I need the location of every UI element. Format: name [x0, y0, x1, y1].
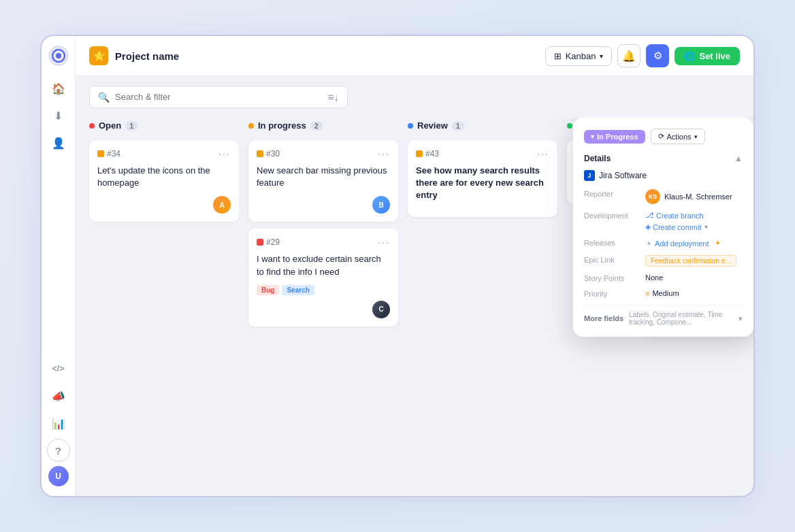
card-number-43: #43: [425, 149, 439, 159]
commit-icon: ◈: [645, 222, 651, 231]
reporter-label: Reporter: [584, 189, 638, 198]
column-count-review: 1: [452, 121, 464, 131]
in-progress-badge[interactable]: ▾ In Progress: [584, 130, 645, 144]
card-34: #34 ··· Let's update the icons on the ho…: [89, 140, 239, 222]
filter-icon[interactable]: ≡↓: [328, 91, 339, 103]
sidebar-item-bell[interactable]: 📣: [47, 384, 70, 408]
star-icon: ✦: [715, 239, 721, 248]
priority-label: Priority: [584, 289, 638, 298]
card-footer-29: C: [257, 301, 390, 318]
card-flag-34: [97, 150, 104, 157]
search-bar: 🔍 ≡↓: [89, 86, 348, 108]
card-number-30: #30: [266, 149, 280, 159]
card-menu-29[interactable]: ···: [378, 237, 390, 248]
card-header-43: #43 ···: [416, 148, 549, 159]
card-29: #29 ··· I want to exclude certain search…: [248, 229, 398, 326]
card-title-43: See how many search results there are fo…: [416, 165, 549, 202]
create-branch-link[interactable]: ⎇ Create branch: [645, 211, 708, 220]
actions-button[interactable]: ⟳ Actions ▾: [651, 129, 705, 144]
card-title-30: New search bar missing previous feature: [257, 165, 390, 189]
header: ⭐ Project name ⊞ Kanban ▾ 🔔 ⚙ 🌐 Set live: [76, 36, 753, 76]
sidebar: 🏠 ⬇ 👤 </> 📣 📊 ? U: [42, 36, 76, 496]
notification-button[interactable]: 🔔: [617, 44, 640, 67]
search-input[interactable]: [115, 92, 323, 102]
settings-button[interactable]: ⚙: [646, 44, 669, 67]
user-avatar[interactable]: U: [48, 466, 69, 486]
card-menu-34[interactable]: ···: [218, 148, 231, 159]
sidebar-item-download[interactable]: ⬇: [47, 104, 70, 127]
column-header-in-progress: In progress 2: [248, 118, 398, 133]
status-dot-in-progress: [248, 123, 254, 129]
card-menu-30[interactable]: ···: [378, 148, 390, 159]
set-live-button[interactable]: 🌐 Set live: [675, 47, 740, 65]
sidebar-item-home[interactable]: 🏠: [47, 77, 70, 100]
reporter-info: KS Klaus-M. Schremser: [645, 189, 732, 204]
detail-panel: ▾ In Progress ⟳ Actions ▾ Details ▲: [573, 118, 753, 337]
status-dot-done: [567, 123, 572, 129]
toolbar: 🔍 ≡↓: [76, 76, 753, 118]
card-id-29: #29: [257, 237, 280, 247]
more-fields-value: Labels, Original estimate, Time tracking…: [629, 311, 733, 326]
avatar-30: B: [372, 196, 390, 214]
card-id-43: #43: [416, 149, 439, 159]
reporter-avatar: KS: [645, 189, 660, 204]
kanban-board: Open 1 #34 ··· Let's update the icons on…: [76, 118, 753, 496]
detail-row-releases: Releases ＋ Add deployment ✦: [584, 238, 743, 248]
detail-row-priority: Priority ≡ Medium: [584, 289, 743, 298]
story-points-value: None: [645, 273, 663, 282]
card-30: #30 ··· New search bar missing previous …: [248, 140, 398, 222]
epic-link-value[interactable]: Feedback confirmation e...: [645, 255, 736, 267]
story-points-label: Story Points: [584, 273, 638, 282]
detail-row-development: Development ⎇ Create branch ◈ Create com…: [584, 211, 743, 231]
badge-chevron-icon: ▾: [591, 133, 594, 140]
commit-chevron-icon[interactable]: ▾: [704, 223, 708, 231]
column-count-in-progress: 2: [310, 121, 323, 131]
card-number-29: #29: [266, 237, 280, 247]
column-title-open: Open: [99, 120, 121, 131]
add-deployment-link[interactable]: ＋ Add deployment: [645, 238, 709, 248]
development-links: ⎇ Create branch ◈ Create commit ▾: [645, 211, 708, 231]
detail-row-epic-link: Epic Link Feedback confirmation e...: [584, 255, 743, 267]
search-icon: 🔍: [98, 92, 110, 103]
card-title-34: Let's update the icons on the homepage: [97, 165, 231, 189]
collapse-icon[interactable]: ▲: [734, 154, 743, 163]
sidebar-item-user[interactable]: 👤: [47, 131, 70, 154]
app-logo[interactable]: [48, 46, 69, 66]
reporter-name: Klaus-M. Schremser: [664, 193, 732, 201]
plus-icon: ＋: [645, 238, 653, 248]
card-id-30: #30: [257, 149, 280, 159]
svg-point-2: [56, 53, 61, 59]
card-43: #43 ··· See how many search results ther…: [408, 140, 557, 217]
card-flag-30: [257, 150, 263, 157]
sidebar-item-help[interactable]: ?: [47, 439, 70, 462]
project-icon: ⭐: [89, 46, 108, 65]
branch-icon: ⎇: [645, 211, 654, 220]
card-title-29: I want to exclude certain search to find…: [257, 253, 390, 278]
sidebar-item-code[interactable]: </>: [47, 357, 70, 380]
more-fields-chevron-icon: ▾: [739, 314, 743, 323]
avatar-29: C: [372, 301, 390, 318]
chevron-down-icon: ▾: [600, 52, 603, 60]
bell-icon: 🔔: [622, 50, 636, 63]
gear-icon: ⚙: [653, 50, 662, 62]
detail-jira-row: J Jira Software: [584, 170, 743, 181]
more-fields-row[interactable]: More fields Labels, Original estimate, T…: [584, 305, 743, 326]
card-menu-43[interactable]: ···: [537, 148, 549, 159]
card-id-34: #34: [97, 149, 120, 159]
kanban-button[interactable]: ⊞ Kanban ▾: [545, 46, 613, 66]
main-content: ⭐ Project name ⊞ Kanban ▾ 🔔 ⚙ 🌐 Set live: [76, 36, 753, 496]
add-deployment-row: ＋ Add deployment ✦: [645, 238, 721, 248]
create-commit-link[interactable]: ◈ Create commit: [645, 222, 702, 231]
card-header-34: #34 ···: [97, 148, 231, 159]
more-fields-label: More fields: [584, 314, 623, 322]
detail-section-title: Details: [584, 154, 611, 163]
epic-link-label: Epic Link: [584, 255, 638, 264]
status-dot-review: [408, 123, 413, 129]
column-open: Open 1 #34 ··· Let's update the icons on…: [89, 118, 239, 482]
sidebar-item-chart[interactable]: 📊: [47, 412, 70, 435]
column-in-progress: In progress 2 #30 ··· New search bar mis…: [248, 118, 398, 482]
card-header-29: #29 ···: [257, 237, 390, 248]
releases-label: Releases: [584, 238, 638, 247]
column-title-review: Review: [417, 120, 448, 131]
jira-icon: J: [584, 170, 595, 181]
